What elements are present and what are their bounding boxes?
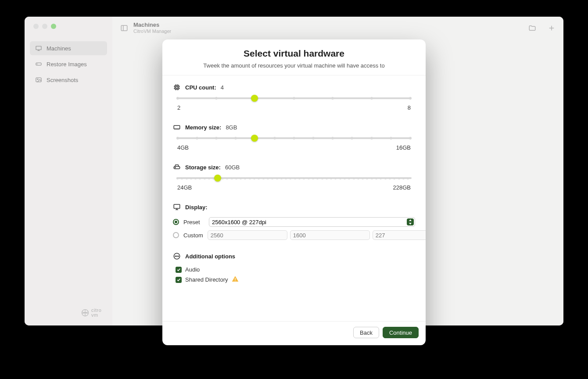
storage-min: 24GB — [177, 184, 192, 191]
cpu-label: CPU count: — [185, 84, 216, 91]
svg-point-2 — [37, 64, 37, 64]
maximize-window-button[interactable] — [51, 24, 56, 29]
display-icon — [35, 45, 42, 52]
svg-rect-17 — [235, 278, 235, 280]
titlebar: Machines CitroVM Manager — [112, 17, 563, 39]
custom-dpi-input[interactable] — [373, 230, 426, 240]
add-icon[interactable] — [548, 24, 556, 32]
custom-radio[interactable] — [173, 232, 179, 238]
display-section: Display: Preset 2560x1600 @ 227dpi Custo… — [173, 203, 415, 240]
warning-icon — [232, 275, 239, 284]
storage-section: Storage size: 60GB 24GB 228GB — [173, 163, 415, 191]
cpu-value: 4 — [221, 84, 224, 91]
ellipsis-icon — [173, 252, 181, 260]
preset-radio[interactable] — [173, 219, 179, 225]
shared-dir-checkbox[interactable] — [176, 277, 182, 283]
custom-label: Custom — [183, 232, 203, 239]
memory-icon — [173, 123, 181, 131]
sidebar-item-machines[interactable]: Machines — [30, 41, 107, 55]
svg-point-11 — [175, 168, 176, 168]
modal-subtitle: Tweek the amount of resources your virtu… — [173, 62, 415, 69]
cpu-icon — [173, 83, 181, 91]
sidebar: Machines Restore Images Screenshots citr… — [25, 17, 112, 325]
folder-icon[interactable] — [528, 24, 536, 32]
modal-header: Select virtual hardware Tweek the amount… — [162, 39, 426, 75]
storage-slider[interactable]: 24GB 228GB — [173, 177, 415, 191]
preset-label: Preset — [183, 219, 204, 225]
monitor-icon — [173, 203, 181, 211]
sidebar-item-label: Restore Images — [47, 61, 87, 68]
memory-section: Memory size: 8GB 4GB 16GB — [173, 123, 415, 151]
audio-checkbox[interactable] — [176, 267, 182, 273]
additional-label: Additional options — [185, 253, 235, 260]
memory-slider[interactable]: 4GB 16GB — [173, 137, 415, 151]
image-icon — [35, 76, 42, 83]
sidebar-item-label: Screenshots — [47, 77, 78, 83]
cpu-section: CPU count: 4 2 8 — [173, 83, 415, 111]
svg-rect-0 — [36, 46, 41, 50]
svg-rect-8 — [176, 86, 178, 89]
memory-value: 8GB — [226, 124, 237, 131]
traffic-lights — [25, 24, 112, 39]
preset-select[interactable]: 2560x1600 @ 227dpi — [209, 217, 415, 227]
svg-rect-6 — [121, 25, 127, 31]
cpu-slider[interactable]: 2 8 — [173, 97, 415, 111]
svg-point-4 — [37, 79, 38, 80]
svg-rect-9 — [174, 125, 180, 129]
svg-point-14 — [175, 256, 176, 257]
display-preset-row: Preset 2560x1600 @ 227dpi — [173, 217, 415, 227]
svg-point-16 — [178, 256, 179, 257]
app-logo: citro vm — [81, 308, 101, 318]
svg-rect-18 — [235, 280, 235, 281]
cpu-min: 2 — [177, 104, 180, 111]
chevron-updown-icon — [407, 218, 414, 225]
sidebar-item-label: Machines — [47, 45, 71, 52]
page-title: Machines — [133, 22, 171, 29]
sidebar-item-restore-images[interactable]: Restore Images — [30, 57, 107, 71]
svg-rect-7 — [175, 86, 179, 89]
svg-rect-12 — [174, 204, 180, 208]
storage-max: 228GB — [393, 184, 411, 191]
custom-width-input[interactable] — [208, 230, 287, 240]
memory-label: Memory size: — [185, 124, 221, 131]
cpu-max: 8 — [408, 104, 411, 111]
memory-min: 4GB — [177, 144, 189, 151]
sidebar-toggle-icon[interactable] — [120, 24, 128, 32]
custom-height-input[interactable] — [290, 230, 370, 240]
page-subtitle: CitroVM Manager — [133, 29, 171, 34]
sidebar-item-screenshots[interactable]: Screenshots — [30, 73, 107, 87]
storage-label: Storage size: — [185, 164, 221, 171]
display-custom-row: Custom — [173, 230, 415, 240]
hardware-modal: Select virtual hardware Tweek the amount… — [162, 39, 426, 345]
modal-title: Select virtual hardware — [173, 48, 415, 59]
back-button[interactable]: Back — [353, 327, 379, 338]
modal-footer: Back Continue — [162, 321, 426, 345]
minimize-window-button[interactable] — [42, 24, 47, 29]
close-window-button[interactable] — [33, 24, 39, 29]
storage-value: 60GB — [225, 164, 240, 171]
additional-section: Additional options Audio Shared Director… — [173, 252, 415, 284]
audio-label: Audio — [185, 266, 200, 273]
svg-point-15 — [176, 256, 177, 257]
drive-icon — [35, 61, 42, 68]
display-label: Display: — [185, 204, 208, 211]
shared-dir-label: Shared Directory — [185, 276, 228, 283]
continue-button[interactable]: Continue — [383, 327, 419, 338]
modal-body: CPU count: 4 2 8 Memory size: 8GB — [162, 75, 426, 321]
memory-max: 16GB — [396, 144, 411, 151]
storage-icon — [173, 163, 181, 171]
